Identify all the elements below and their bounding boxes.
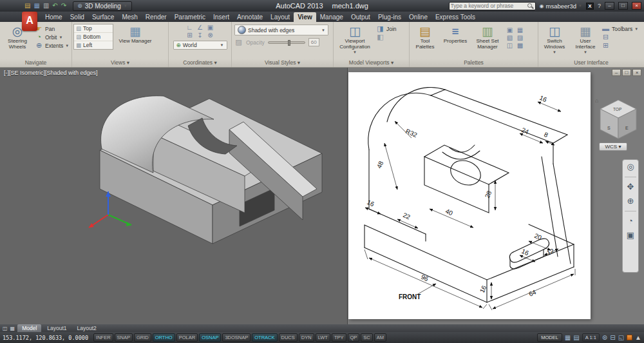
- panel-title-user-interface[interactable]: User Interface: [538, 59, 644, 67]
- full-navigation-wheel-icon[interactable]: ◎: [627, 162, 634, 172]
- toggle-qp[interactable]: QP: [348, 333, 360, 342]
- visual-style-dropdown[interactable]: Shaded with edges ▼: [234, 24, 328, 35]
- toggle-infer[interactable]: INFER: [93, 333, 113, 342]
- viewport-configuration-button[interactable]: ◫ Viewport Configuration ▼: [335, 24, 375, 56]
- layout-grid-icon[interactable]: ▦: [10, 326, 15, 331]
- close-button[interactable]: ×: [632, 2, 641, 10]
- workspace-switcher[interactable]: ⊛ 3D Modeling ▼: [73, 1, 132, 11]
- ucs-view-icon[interactable]: ↧: [195, 32, 205, 39]
- pan-tool-icon[interactable]: ✥: [627, 182, 634, 191]
- tab-insert[interactable]: Insert: [209, 12, 233, 22]
- cleanscreen-icon[interactable]: ◱: [618, 335, 624, 341]
- tab-manage[interactable]: Manage: [316, 12, 347, 22]
- shaded-model-canvas[interactable]: [0, 68, 347, 324]
- ucs-named-icon[interactable]: ⊗: [205, 32, 215, 39]
- ucs-z-axis-icon[interactable]: ⊞: [185, 32, 194, 39]
- tab-surface[interactable]: Surface: [88, 12, 118, 22]
- quickcalc-icon[interactable]: ▧: [505, 34, 515, 41]
- model-space-button[interactable]: MODEL: [537, 333, 562, 342]
- markup-icon[interactable]: ▦: [515, 26, 525, 34]
- tab-layout[interactable]: Layout: [267, 12, 294, 22]
- performance-tuner-icon[interactable]: [627, 335, 632, 340]
- toggle-3dosnap[interactable]: 3DOSNAP: [222, 333, 251, 342]
- panel-title-visual-styles[interactable]: Visual Styles ▾: [232, 59, 333, 67]
- tab-annotate[interactable]: Annotate: [233, 12, 267, 22]
- panel-title-palettes[interactable]: Palettes: [410, 59, 538, 67]
- doc-restore-button[interactable]: □: [622, 69, 631, 76]
- tab-layout1[interactable]: Layout1: [43, 324, 71, 332]
- dbconnect-icon[interactable]: ▣: [505, 26, 515, 34]
- search-icon[interactable]: [527, 3, 534, 10]
- tab-render[interactable]: Render: [142, 12, 171, 22]
- view-bottom-item[interactable]: ▨Bottom: [74, 33, 113, 41]
- tab-parametric[interactable]: Parametric: [171, 12, 209, 22]
- status-menu-arrow-icon[interactable]: ▲: [635, 335, 641, 341]
- toggle-grid[interactable]: GRID: [134, 333, 151, 342]
- tab-layout2[interactable]: Layout2: [73, 324, 101, 332]
- layout-list-icon[interactable]: ◫: [3, 326, 8, 331]
- help-icon[interactable]: ?: [598, 3, 601, 9]
- tab-output[interactable]: Output: [347, 12, 374, 22]
- workspace-switch-icon[interactable]: ⊛: [602, 335, 607, 341]
- properties-button[interactable]: ≡ Properties: [440, 24, 470, 45]
- panel-title-views[interactable]: Views ▾: [72, 59, 168, 67]
- materials-icon[interactable]: ◫: [505, 42, 515, 49]
- cube-south-label[interactable]: S: [607, 126, 611, 130]
- zoom-tool-icon[interactable]: ⊕: [627, 197, 634, 206]
- text-window-button[interactable]: ⊞: [601, 42, 638, 49]
- tab-solid[interactable]: Solid: [66, 12, 88, 22]
- user-interface-button[interactable]: ▦ User Interface ▼: [571, 24, 600, 56]
- home-icon[interactable]: ⌂: [595, 97, 598, 104]
- dimensioned-drawing-canvas[interactable]: 16 24 8 R32 48 16 22 40 28 20 16 12 16 9…: [348, 72, 591, 319]
- panel-title-coordinates[interactable]: Coordinates ▾: [169, 59, 231, 67]
- toggle-sc[interactable]: SC: [361, 333, 372, 342]
- tab-express-tools[interactable]: Express Tools: [431, 12, 479, 22]
- toggle-lwt[interactable]: LWT: [316, 333, 330, 342]
- opacity-slider[interactable]: [268, 41, 305, 44]
- undo-icon[interactable]: ↶: [52, 3, 57, 9]
- tab-mesh[interactable]: Mesh: [118, 12, 141, 22]
- opacity-slider-thumb[interactable]: [288, 40, 290, 46]
- lock-icon[interactable]: ⊟: [610, 335, 615, 341]
- signin-user[interactable]: ◉ msabeer3d ▼: [540, 3, 582, 10]
- tab-home[interactable]: Home: [41, 12, 66, 22]
- join-button[interactable]: ◨Join: [376, 25, 397, 32]
- minimize-button[interactable]: –: [605, 2, 614, 10]
- toolbars-button[interactable]: ▬Toolbars▼: [601, 25, 638, 32]
- toggle-otrack[interactable]: OTRACK: [252, 333, 277, 342]
- toggle-am[interactable]: AM: [374, 333, 386, 342]
- exchange-apps-icon[interactable]: X: [586, 3, 594, 10]
- viewport-2d[interactable]: 16 24 8 R32 48 16 22 40 28 20 16 12 16 9…: [348, 72, 591, 319]
- orbit-button[interactable]: ◔Orbit▼: [35, 34, 69, 41]
- ucs-world-icon[interactable]: ∠: [195, 24, 205, 31]
- toggle-ducs[interactable]: DUCS: [279, 333, 298, 342]
- view-left-item[interactable]: ▩Left: [74, 41, 113, 49]
- panel-title-model-viewports[interactable]: Model Viewports ▾: [334, 59, 409, 67]
- opacity-value[interactable]: 60: [308, 38, 319, 46]
- showmotion-icon[interactable]: ▣: [627, 231, 634, 240]
- open-icon[interactable]: ▤: [24, 3, 30, 9]
- orbit-tool-icon[interactable]: ◔: [628, 217, 633, 226]
- ucs-world-dropdown[interactable]: ⊕ World ▼: [173, 41, 227, 50]
- toggle-dyn[interactable]: DYN: [299, 333, 314, 342]
- quick-view-layouts-icon[interactable]: ▦: [565, 335, 571, 341]
- ucs-origin-icon[interactable]: ▣: [205, 24, 215, 31]
- switch-windows-button[interactable]: ◫ Switch Windows ▼: [540, 24, 569, 56]
- lights-icon[interactable]: ▨: [515, 34, 525, 41]
- view-top-item[interactable]: ▧Top: [74, 24, 113, 33]
- doc-minimize-button[interactable]: –: [612, 69, 621, 76]
- ucs-icon[interactable]: ∟: [185, 24, 194, 31]
- save-icon[interactable]: ▦: [33, 3, 39, 9]
- wcs-dropdown[interactable]: WCS ▾: [599, 142, 627, 151]
- tab-view[interactable]: View: [294, 12, 316, 22]
- panel-title-navigate[interactable]: Navigate: [0, 59, 71, 67]
- redo-icon[interactable]: ↷: [61, 3, 66, 9]
- view-manager-button[interactable]: ▦ View Manager: [115, 24, 156, 45]
- extents-button[interactable]: ⊕Extents▼: [35, 42, 69, 49]
- visualstyles-palette-icon[interactable]: ▩: [515, 42, 525, 49]
- restore-button[interactable]: □: [618, 2, 628, 10]
- cube-top-label[interactable]: TOP: [613, 107, 621, 112]
- toggle-polar[interactable]: POLAR: [176, 333, 198, 342]
- quick-view-drawings-icon[interactable]: ▤: [573, 335, 579, 341]
- tool-palettes-button[interactable]: ▤ Tool Palettes: [411, 24, 439, 50]
